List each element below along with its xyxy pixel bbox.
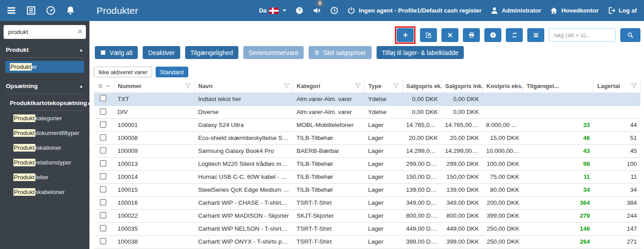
print-button[interactable] [463, 28, 480, 42]
table-row[interactable]: DIVDiverseAlm.varer-Alm. varerYdelse0,00… [94, 106, 640, 118]
filter-funnel-icon[interactable] [354, 82, 362, 90]
cell-lagertal: 45 [593, 144, 640, 157]
filter-button-ikke-aktiveret-varer[interactable]: Ikke aktiveret varer [94, 67, 152, 77]
power-icon [347, 6, 356, 15]
location-menu[interactable]: Hovedkontor [550, 6, 598, 15]
row-checkbox[interactable] [100, 160, 106, 167]
section-header-produkt[interactable]: Produkt▲ [0, 41, 89, 57]
sound-button[interactable]: 0 [312, 6, 322, 15]
cell-tilgaengelig [523, 106, 593, 118]
column-header-nummer[interactable]: Nummer [114, 80, 195, 93]
logout-button[interactable]: Log af [607, 6, 637, 15]
table-row[interactable]: 100035Carhartt WIP NELSON - T-shirts bas… [94, 222, 640, 235]
journal-icon[interactable] [26, 5, 36, 16]
refresh-icon [511, 32, 518, 38]
list-icon[interactable] [97, 82, 103, 90]
action-button-serienummervare[interactable]: Serienummervare [243, 46, 304, 59]
action-button-label: Tilgængelighed [191, 49, 233, 56]
row-checkbox[interactable] [100, 212, 106, 219]
row-checkbox[interactable] [100, 95, 106, 101]
help-icon[interactable]: ? [295, 6, 304, 15]
table-row[interactable]: 100008Eco-shield skærmbeskyttelse Samsu.… [94, 131, 640, 144]
row-checkbox[interactable] [100, 134, 106, 141]
action-buttons-row: Vælg altDeaktiverTilgængelighedSerienumm… [95, 46, 644, 59]
table-row[interactable]: 100016Carhartt WIP - CHASE - T-shirts ba… [94, 196, 640, 209]
columns-menu-button[interactable] [527, 28, 544, 42]
add-button[interactable] [397, 28, 414, 42]
row-checkbox[interactable] [100, 173, 106, 180]
row-checkbox[interactable] [100, 225, 106, 232]
action-button-label: Slet salgspriser [323, 49, 366, 56]
edit-button[interactable] [420, 28, 437, 42]
table-row[interactable]: 100015SteelSeries QcK Edge Medium muse..… [94, 183, 640, 196]
svg-text:?: ? [298, 8, 301, 13]
help-button[interactable]: ? [484, 28, 501, 42]
clear-search-icon[interactable]: × [78, 27, 82, 36]
table-row[interactable]: 100009Samsung Galaxy Book4 ProBAERB-Bærb… [94, 144, 640, 157]
table-row[interactable]: 100038Carhartt WIP ONYX - T-shirts print… [94, 235, 640, 248]
bell-icon[interactable] [65, 5, 76, 16]
action-button-tilføj-til-lager-labelkladde[interactable]: Tilføj til lager- & labelkladde [377, 46, 464, 59]
column-header-tilgaengelig[interactable]: Tilgængel... [523, 80, 593, 93]
cell-lagertal: 11 [593, 170, 640, 183]
agent-status[interactable]: Ingen agent - Profile1/Default cash regi… [347, 6, 482, 15]
filter-funnel-icon[interactable] [283, 82, 290, 90]
table-row[interactable]: 100022Carhartt WIP MADISON - SkjorterSKJ… [94, 209, 640, 222]
sidebar-item-produktrelationstyper[interactable]: Produktrelationstyper [0, 155, 89, 170]
column-header-kategori[interactable]: Kategori [293, 80, 364, 93]
search-match-highlight: Produkt [13, 114, 35, 122]
subsection-header-produktkartotekopsætning[interactable]: Produktkartotekopsætning▲ [0, 94, 89, 110]
hamburger-menu-icon[interactable] [6, 5, 17, 16]
action-button-deaktiver[interactable]: Deaktiver [143, 46, 180, 59]
sidebar-item-produktskabeloner[interactable]: Produktskabeloner [0, 185, 89, 199]
sidebar-item-produkter[interactable]: Produkter [5, 61, 84, 73]
table-row[interactable]: 100014Humac USB C-C, 60W kabel - 2mTILB-… [94, 170, 640, 183]
row-checkbox[interactable] [100, 108, 106, 115]
column-header-salgspris_eksl[interactable]: Salgspris ek... [402, 80, 441, 93]
table-row[interactable]: TXTIndtast tekst herAlm.varer-Alm. varer… [94, 93, 640, 106]
search-button[interactable] [620, 28, 640, 42]
sidebar-item-produktkategorier[interactable]: Produktkategorier [0, 111, 89, 126]
column-header-salgspris_inkl[interactable]: Salgspris ink... [441, 80, 483, 93]
row-checkbox[interactable] [100, 186, 106, 193]
column-header-navn[interactable]: Navn [195, 80, 293, 93]
action-button-tilgængelighed[interactable]: Tilgængelighed [185, 46, 238, 59]
cell-kostpris_eksl: 250,00 DKK [483, 222, 523, 235]
section-header-opsætning[interactable]: Opsætning▲ [0, 77, 89, 93]
table-row[interactable]: 100001Galaxy S24 UltraMOBL-Mobiltelefone… [94, 118, 640, 131]
column-header-kostpris_eksl[interactable]: Kostpris eks... [483, 80, 523, 93]
section-label: Produkt [6, 46, 29, 53]
table-row[interactable]: 100013Logitech M220 Silent trådløs mus -… [94, 157, 640, 170]
divider [5, 57, 84, 58]
clock-icon[interactable] [330, 6, 339, 15]
row-checkbox[interactable] [100, 238, 106, 245]
cell-kategori: TILB-Tilbehør [293, 131, 364, 144]
filter-funnel-icon[interactable] [392, 82, 400, 90]
refresh-button[interactable] [506, 28, 523, 42]
action-button-vælg-alt[interactable]: Vælg alt [95, 46, 138, 59]
user-menu[interactable]: Administrator [490, 6, 542, 15]
sidebar-item-produktlokationer[interactable]: Produktlokationer [0, 140, 89, 155]
sidebar-item-produktdokumentfiltyper[interactable]: Produktdokumentfiltyper [0, 126, 89, 140]
column-header-lagertal[interactable]: Lagertal [593, 80, 640, 93]
page-title: Produkter [97, 5, 138, 16]
filter-funnel-icon[interactable] [630, 82, 638, 90]
sidebar-search-input[interactable] [4, 25, 86, 39]
chevron-down-icon[interactable] [106, 82, 111, 90]
table-search-input[interactable] [549, 28, 616, 42]
column-header-type[interactable]: Type [364, 80, 402, 93]
delete-button[interactable] [441, 28, 458, 42]
notification-badge: 0 [316, 0, 323, 7]
cell-nummer: DIV [114, 106, 195, 118]
row-checkbox[interactable] [100, 199, 106, 206]
filter-funnel-icon[interactable] [184, 82, 192, 90]
gauge-icon[interactable] [46, 5, 56, 16]
filter-button-standard[interactable]: Standard [156, 67, 188, 77]
row-checkbox[interactable] [100, 121, 106, 128]
user-label: Administrator [502, 7, 542, 14]
language-selector[interactable]: Da [259, 7, 287, 14]
row-checkbox[interactable] [100, 147, 106, 154]
action-button-slet-salgspriser[interactable]: Slet salgspriser [309, 46, 372, 59]
sidebar-item-produktfelter[interactable]: Produktfelter [0, 170, 89, 185]
column-label: Kostpris eks... [487, 83, 523, 89]
